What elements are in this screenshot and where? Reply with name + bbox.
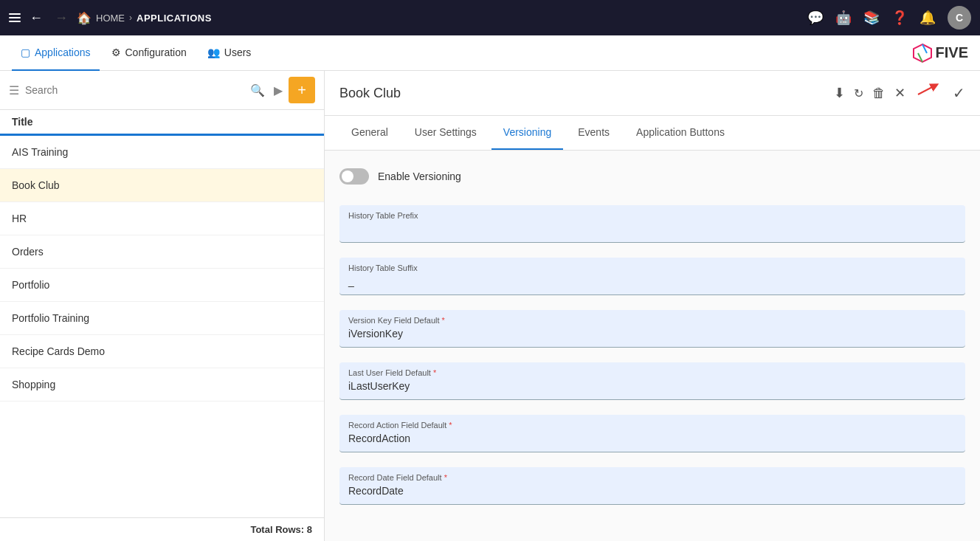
hamburger-menu[interactable] <box>9 13 21 22</box>
subnav-users-label: Users <box>224 46 252 58</box>
toggle-slider <box>339 168 369 185</box>
help-icon[interactable]: ❓ <box>891 10 908 26</box>
delete-icon[interactable]: 🗑 <box>872 86 886 101</box>
enable-versioning-toggle[interactable] <box>339 168 369 185</box>
subnav-applications[interactable]: ▢ Applications <box>12 35 100 71</box>
home-label[interactable]: HOME <box>96 13 125 24</box>
history-table-prefix-field[interactable]: History Table Prefix <box>339 205 965 243</box>
last-user-field[interactable]: Last User Field Default * iLastUserKey <box>339 362 965 400</box>
content-area: Book Club ⬇ ↻ 🗑 ✕ <box>325 71 980 541</box>
main-layout: ☰ 🔍 ▶ + Title AIS Training Book Club HR … <box>0 71 980 541</box>
configuration-icon: ⚙ <box>111 46 121 58</box>
tab-user-settings[interactable]: User Settings <box>403 116 489 150</box>
sidebar-footer: Total Rows: 8 <box>0 517 324 541</box>
forward-button[interactable]: → <box>52 10 71 26</box>
restore-icon[interactable]: ↻ <box>854 86 863 100</box>
total-rows-label: Total Rows: 8 <box>250 524 312 535</box>
enable-versioning-row: Enable Versioning <box>339 168 965 190</box>
record-title: Book Club <box>339 86 825 101</box>
history-table-suffix-label: History Table Suffix <box>348 263 956 272</box>
subnav-configuration[interactable]: ⚙ Configuration <box>103 35 196 71</box>
sub-navigation: ▢ Applications ⚙ Configuration 👥 Users F… <box>0 35 980 71</box>
back-button[interactable]: ← <box>27 10 46 26</box>
robot-icon[interactable]: 🤖 <box>835 10 852 26</box>
record-action-value: RecordAction <box>348 433 956 446</box>
top-bar-right: 💬 🤖 📚 ❓ 🔔 C <box>807 6 971 30</box>
five-logo-icon <box>912 43 933 63</box>
tab-general[interactable]: General <box>339 116 400 150</box>
record-date-label: Record Date Field Default * <box>348 473 956 482</box>
record-action-field[interactable]: Record Action Field Default * RecordActi… <box>339 415 965 452</box>
sidebar: ☰ 🔍 ▶ + Title AIS Training Book Club HR … <box>0 71 325 541</box>
checkmark-icon[interactable]: ✓ <box>953 84 965 102</box>
sidebar-column-header: Title <box>0 110 324 136</box>
sidebar-item-orders[interactable]: Orders <box>0 235 324 269</box>
sidebar-item-portfolio-training[interactable]: Portfolio Training <box>0 302 324 335</box>
download-icon[interactable]: ⬇ <box>834 85 845 101</box>
confirm-arrow-icon[interactable] <box>914 80 944 106</box>
tab-application-buttons[interactable]: Application Buttons <box>624 116 736 150</box>
books-icon[interactable]: 📚 <box>863 10 880 26</box>
history-table-prefix-value <box>348 223 956 236</box>
version-key-label: Version Key Field Default * <box>348 316 956 325</box>
close-icon[interactable]: ✕ <box>894 85 905 101</box>
tab-events[interactable]: Events <box>566 116 621 150</box>
record-action-label: Record Action Field Default * <box>348 421 956 430</box>
filter-icon[interactable]: ☰ <box>9 83 19 97</box>
svg-line-3 <box>918 86 935 94</box>
tab-bar: General User Settings Versioning Events … <box>325 116 980 151</box>
sidebar-item-book-club[interactable]: Book Club <box>0 169 324 202</box>
layout-icon[interactable]: ▶ <box>274 83 283 97</box>
version-key-value: iVersionKey <box>348 328 956 341</box>
sidebar-search-bar: ☰ 🔍 ▶ + <box>0 71 324 110</box>
apps-label: APPLICATIONS <box>137 13 212 24</box>
five-logo-container: FIVE <box>912 43 968 63</box>
save-arrow-indicator <box>914 80 944 102</box>
sidebar-item-recipe-cards-demo[interactable]: Recipe Cards Demo <box>0 335 324 368</box>
last-user-value: iLastUserKey <box>348 380 956 393</box>
users-icon: 👥 <box>207 46 220 58</box>
five-text: FIVE <box>936 44 968 61</box>
sidebar-item-hr[interactable]: HR <box>0 202 324 235</box>
top-navigation-bar: ← → 🏠 HOME › APPLICATIONS 💬 🤖 📚 ❓ 🔔 C <box>0 0 980 35</box>
top-bar-left: ← → 🏠 HOME › APPLICATIONS <box>9 10 801 26</box>
history-table-suffix-field[interactable]: History Table Suffix _ <box>339 258 965 295</box>
sidebar-item-portfolio[interactable]: Portfolio <box>0 269 324 302</box>
chat-icon[interactable]: 💬 <box>807 10 824 26</box>
notifications-icon[interactable]: 🔔 <box>919 10 936 26</box>
subnav-users[interactable]: 👥 Users <box>199 35 260 71</box>
version-key-field[interactable]: Version Key Field Default * iVersionKey <box>339 310 965 348</box>
svg-marker-0 <box>914 44 931 62</box>
add-button[interactable]: + <box>289 77 315 103</box>
user-avatar[interactable]: C <box>948 6 971 30</box>
search-input[interactable] <box>25 84 244 96</box>
history-table-suffix-value: _ <box>348 275 956 289</box>
tab-versioning[interactable]: Versioning <box>491 116 563 150</box>
search-icon[interactable]: 🔍 <box>250 83 265 97</box>
breadcrumb: 🏠 HOME › APPLICATIONS <box>77 11 212 25</box>
five-logo: FIVE <box>912 43 968 63</box>
breadcrumb-separator: › <box>129 13 132 23</box>
content-action-buttons: ⬇ ↻ 🗑 ✕ ✓ <box>834 80 965 106</box>
last-user-label: Last User Field Default * <box>348 368 956 377</box>
record-date-value: RecordDate <box>348 485 956 498</box>
applications-icon: ▢ <box>21 46 30 58</box>
history-table-prefix-label: History Table Prefix <box>348 211 956 220</box>
content-header: Book Club ⬇ ↻ 🗑 ✕ <box>325 71 980 116</box>
versioning-form: Enable Versioning History Table Prefix H… <box>325 151 980 523</box>
sidebar-item-shopping[interactable]: Shopping <box>0 368 324 402</box>
enable-versioning-label: Enable Versioning <box>378 170 461 182</box>
subnav-applications-label: Applications <box>35 46 91 58</box>
record-date-field[interactable]: Record Date Field Default * RecordDate <box>339 467 965 505</box>
sidebar-list: AIS Training Book Club HR Orders Portfol… <box>0 136 324 517</box>
sidebar-item-ais-training[interactable]: AIS Training <box>0 136 324 169</box>
subnav-configuration-label: Configuration <box>125 46 187 58</box>
